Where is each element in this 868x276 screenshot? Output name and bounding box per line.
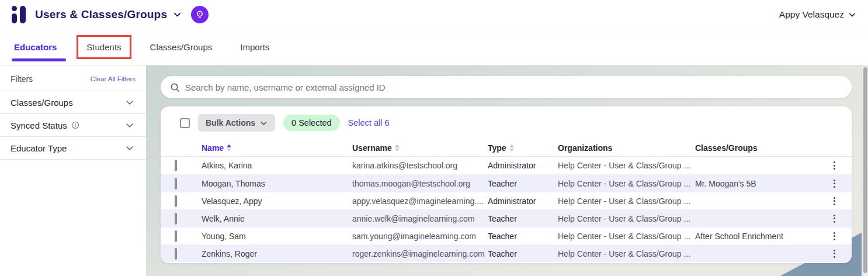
table-body: Atkins, Karina karina.atkins@testschool.…	[161, 157, 852, 262]
row-checkbox[interactable]	[175, 230, 177, 242]
table-row[interactable]: Young, Sam sam.young@imaginelearning.com…	[161, 227, 852, 244]
select-all-link[interactable]: Select all 6	[348, 118, 390, 127]
column-header-classes-groups: Classes/Groups	[695, 143, 828, 153]
bulk-actions-row: Bulk Actions 0 Selected Select all 6	[161, 106, 852, 139]
tab-bar: Educators Students Classes/Groups Import…	[0, 29, 868, 65]
column-header-username[interactable]: Username	[352, 143, 488, 153]
filters-sidebar: Filters Clear All Filters Classes/Groups…	[0, 65, 146, 276]
user-name: Appy Velasquez	[779, 9, 844, 20]
cell-organizations: Help Center - User & Class/Group ...	[558, 196, 695, 206]
search-icon	[170, 82, 180, 92]
cell-type: Teacher	[488, 249, 558, 258]
tab-educators[interactable]: Educators	[13, 36, 58, 58]
filter-section-classes-groups[interactable]: Classes/Groups	[0, 91, 146, 114]
select-all-checkbox[interactable]	[180, 118, 190, 128]
cell-type: Teacher	[488, 179, 558, 188]
row-actions-kebab-menu[interactable]	[828, 230, 840, 242]
cell-username: appy.velasquez@imaginelearning....	[352, 196, 488, 206]
cell-username: annie.welk@imaginelearning.com	[352, 214, 488, 223]
tab-classes-groups[interactable]: Classes/Groups	[149, 36, 214, 58]
users-table-card: Bulk Actions 0 Selected Select all 6 Nam…	[161, 106, 852, 263]
cell-username: roger.zenkins@imaginelearning.com	[352, 249, 488, 258]
app-screen: Users & Classes/Groups Appy Velasquez Ed…	[0, 0, 868, 276]
column-header-organizations: Organizations	[558, 143, 695, 153]
search-bar	[161, 76, 852, 98]
filters-title: Filters	[11, 74, 33, 84]
cell-organizations: Help Center - User & Class/Group ...	[558, 249, 695, 258]
chevron-down-icon	[125, 143, 134, 153]
info-icon	[71, 121, 79, 129]
title-chevron-down-icon[interactable]	[173, 10, 182, 19]
chevron-down-icon	[125, 98, 134, 107]
column-header-type[interactable]: Type	[488, 143, 558, 153]
row-actions-kebab-menu[interactable]	[828, 195, 840, 207]
row-checkbox[interactable]	[175, 160, 177, 171]
cell-username: thomas.moogan@testschool.org	[352, 179, 488, 188]
sort-ascending-icon	[227, 144, 231, 151]
cell-organizations: Help Center - User & Class/Group ...	[558, 214, 695, 223]
selected-count-badge: 0 Selected	[283, 115, 340, 131]
search-input[interactable]	[185, 82, 842, 92]
cell-username: sam.young@imaginelearning.com	[352, 232, 488, 241]
cell-type: Teacher	[488, 214, 558, 223]
table-row[interactable]: Atkins, Karina karina.atkins@testschool.…	[161, 157, 852, 174]
user-menu-chevron-down-icon	[848, 11, 856, 19]
imagine-learning-logo-icon	[12, 6, 28, 23]
filters-header: Filters Clear All Filters	[0, 67, 146, 91]
cell-name: Zenkins, Roger	[202, 249, 352, 258]
row-actions-kebab-menu[interactable]	[828, 248, 840, 260]
row-checkbox[interactable]	[175, 248, 177, 260]
vertical-scrollbar	[862, 65, 868, 276]
content-area: Filters Clear All Filters Classes/Groups…	[0, 65, 868, 276]
sort-icon	[395, 144, 400, 151]
scrollbar-thumb[interactable]	[863, 67, 867, 273]
cell-organizations: Help Center - User & Class/Group ...	[558, 161, 695, 170]
page-title: Users & Classes/Groups	[35, 8, 167, 21]
table-row[interactable]: Welk, Annie annie.welk@imaginelearning.c…	[161, 209, 852, 227]
row-actions-kebab-menu[interactable]	[828, 178, 840, 189]
cell-name: Welk, Annie	[202, 214, 352, 223]
cell-type: Administrator	[488, 196, 558, 206]
table-header-row: Name Username Type Organizations	[161, 139, 852, 157]
cell-username: karina.atkins@testschool.org	[352, 161, 488, 170]
main-panel: Bulk Actions 0 Selected Select all 6 Nam…	[146, 65, 853, 276]
cell-name: Atkins, Karina	[202, 161, 352, 170]
cell-classes-groups: Mr. Moogan's 5B	[695, 179, 828, 188]
row-checkbox[interactable]	[175, 213, 177, 225]
cell-organizations: Help Center - User & Class/Group ...	[558, 179, 695, 188]
cell-type: Administrator	[488, 161, 558, 170]
bulk-actions-button[interactable]: Bulk Actions	[198, 114, 275, 132]
filter-section-educator-type[interactable]: Educator Type	[0, 137, 146, 160]
sort-icon	[509, 144, 514, 151]
students-tab-highlight-box: Students	[77, 35, 131, 59]
table-row[interactable]: Moogan, Thomas thomas.moogan@testschool.…	[161, 174, 852, 192]
table-row[interactable]: Zenkins, Roger roger.zenkins@imaginelear…	[161, 244, 852, 262]
cell-name: Moogan, Thomas	[202, 179, 352, 188]
chevron-down-icon	[260, 119, 268, 127]
cell-classes-groups: After School Enrichment	[695, 232, 828, 241]
column-header-name[interactable]: Name	[202, 143, 352, 153]
row-actions-kebab-menu[interactable]	[828, 213, 840, 225]
top-header: Users & Classes/Groups Appy Velasquez	[0, 0, 868, 29]
cell-type: Teacher	[488, 232, 558, 241]
row-checkbox[interactable]	[175, 178, 177, 189]
tab-imports[interactable]: Imports	[239, 36, 270, 58]
user-account-menu[interactable]: Appy Velasquez	[779, 9, 856, 20]
table-row[interactable]: Velasquez, Appy appy.velasquez@imaginele…	[161, 192, 852, 209]
clear-all-filters-link[interactable]: Clear All Filters	[91, 75, 136, 82]
lightbulb-guide-icon[interactable]	[191, 6, 209, 23]
cell-organizations: Help Center - User & Class/Group ...	[558, 232, 695, 241]
tab-students[interactable]: Students	[86, 42, 121, 52]
row-actions-kebab-menu[interactable]	[828, 160, 840, 171]
row-checkbox[interactable]	[175, 195, 177, 207]
filter-section-synced-status[interactable]: Synced Status	[0, 114, 146, 137]
cell-name: Velasquez, Appy	[202, 196, 352, 206]
cell-name: Young, Sam	[202, 232, 352, 241]
chevron-down-icon	[125, 120, 134, 130]
